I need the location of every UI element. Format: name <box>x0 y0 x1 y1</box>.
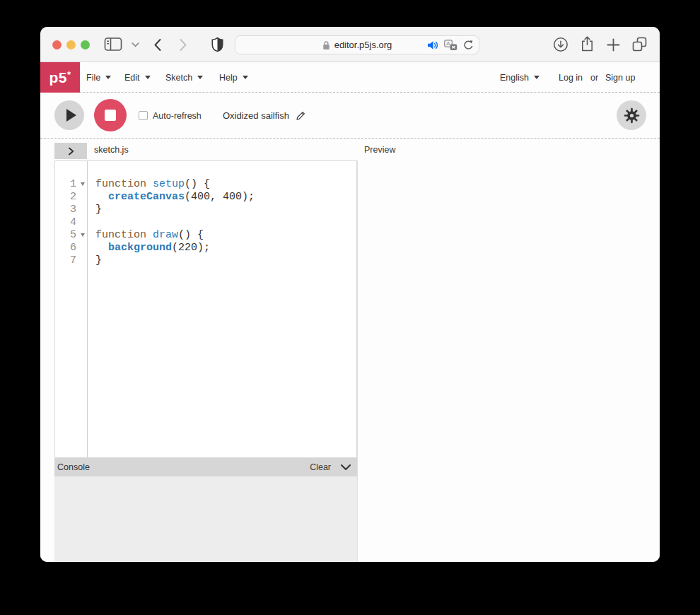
play-button[interactable] <box>54 100 84 130</box>
sketch-toolbar: Auto-refresh Oxidized sailfish <box>40 93 660 139</box>
line-number: 5 <box>55 229 87 242</box>
stop-button[interactable] <box>94 99 127 131</box>
caret-down-icon <box>197 76 203 79</box>
signup-link[interactable]: Sign up <box>605 62 635 93</box>
code-line[interactable] <box>95 216 356 229</box>
login-link[interactable]: Log in <box>559 62 583 93</box>
caret-down-icon <box>243 76 248 79</box>
audio-speaker-icon[interactable] <box>427 40 438 50</box>
code-editor[interactable]: 1234567 function setup() { createCanvas(… <box>54 160 357 458</box>
reload-icon[interactable] <box>463 40 474 51</box>
edit-pencil-icon[interactable] <box>296 110 306 121</box>
line-number: 4 <box>55 216 87 229</box>
caret-down-icon <box>145 76 151 79</box>
gear-icon <box>624 107 640 124</box>
console-collapse-icon[interactable] <box>340 464 351 471</box>
line-number: 3 <box>55 204 87 216</box>
auto-refresh-control: Auto-refresh <box>139 93 202 139</box>
zoom-window-button[interactable] <box>81 40 90 49</box>
play-icon <box>66 109 76 122</box>
main-area: sketch.js Preview 1234567 function setup… <box>40 139 660 562</box>
menu-sketch[interactable]: Sketch <box>165 62 203 93</box>
auto-refresh-checkbox[interactable] <box>139 111 148 120</box>
line-number: 7 <box>55 254 87 267</box>
forward-button-icon[interactable] <box>179 38 187 52</box>
tab-overview-icon[interactable] <box>632 37 647 52</box>
code-line[interactable]: background(220); <box>95 242 356 254</box>
sketch-name-text: Oxidized sailfish <box>223 110 289 121</box>
tab-sketch-js[interactable]: sketch.js <box>94 139 129 160</box>
menu-file[interactable]: File <box>86 62 111 93</box>
browser-window: editor.p5js.org A <box>40 27 660 562</box>
caret-down-icon <box>105 76 111 79</box>
chevron-down-icon[interactable] <box>132 42 139 47</box>
settings-button[interactable] <box>617 100 646 130</box>
address-bar[interactable]: editor.p5js.org A <box>235 35 479 54</box>
close-window-button[interactable] <box>52 40 62 49</box>
code-line[interactable]: } <box>95 254 356 267</box>
sidebar-toggle-icon[interactable] <box>104 37 122 52</box>
menu-help[interactable]: Help <box>219 62 248 93</box>
line-number: 1 <box>55 178 87 191</box>
back-button-icon[interactable] <box>153 38 162 52</box>
downloads-icon[interactable] <box>553 37 568 52</box>
code-line[interactable]: } <box>95 204 356 216</box>
traffic-lights <box>52 40 90 49</box>
shield-icon[interactable] <box>211 37 223 52</box>
code-line[interactable]: function draw() { <box>95 229 356 242</box>
line-number: 2 <box>55 191 87 204</box>
console-header: Console Clear <box>54 458 357 476</box>
minimize-window-button[interactable] <box>66 40 76 49</box>
desktop-background: editor.p5js.org A <box>0 0 700 615</box>
lock-icon <box>322 40 330 50</box>
stop-icon <box>105 110 116 121</box>
svg-text:A: A <box>446 40 450 47</box>
panel-divider[interactable] <box>357 160 358 562</box>
console-clear-button[interactable]: Clear <box>310 462 331 472</box>
p5-logo[interactable]: p5* <box>40 62 80 93</box>
code-lines[interactable]: function setup() { createCanvas(400, 400… <box>88 161 356 457</box>
fold-arrow-icon[interactable] <box>81 233 85 237</box>
code-line[interactable]: function setup() { <box>95 178 356 191</box>
share-icon[interactable] <box>580 35 595 53</box>
console-output <box>54 476 357 562</box>
fold-arrow-icon[interactable] <box>81 182 85 186</box>
menu-edit[interactable]: Edit <box>124 62 151 93</box>
chevron-right-icon <box>67 146 75 156</box>
translate-icon[interactable]: A <box>444 40 457 51</box>
code-line[interactable]: createCanvas(400, 400); <box>95 191 356 204</box>
url-text: editor.p5js.org <box>334 40 392 50</box>
new-tab-icon[interactable] <box>607 38 620 52</box>
preview-title: Preview <box>364 139 395 160</box>
or-text: or <box>590 62 598 93</box>
console-title: Console <box>57 462 90 472</box>
line-number: 6 <box>55 242 87 254</box>
editor-gutter: 1234567 <box>55 161 88 457</box>
sketch-name: Oxidized sailfish <box>223 93 306 139</box>
caret-down-icon <box>534 76 539 79</box>
auto-refresh-label: Auto-refresh <box>153 111 202 121</box>
language-selector[interactable]: English <box>500 62 539 93</box>
p5-menubar: p5* File Edit Sketch Help English <box>40 62 660 93</box>
sidebar-expand-button[interactable] <box>54 143 87 159</box>
browser-chrome: editor.p5js.org A <box>40 27 660 62</box>
